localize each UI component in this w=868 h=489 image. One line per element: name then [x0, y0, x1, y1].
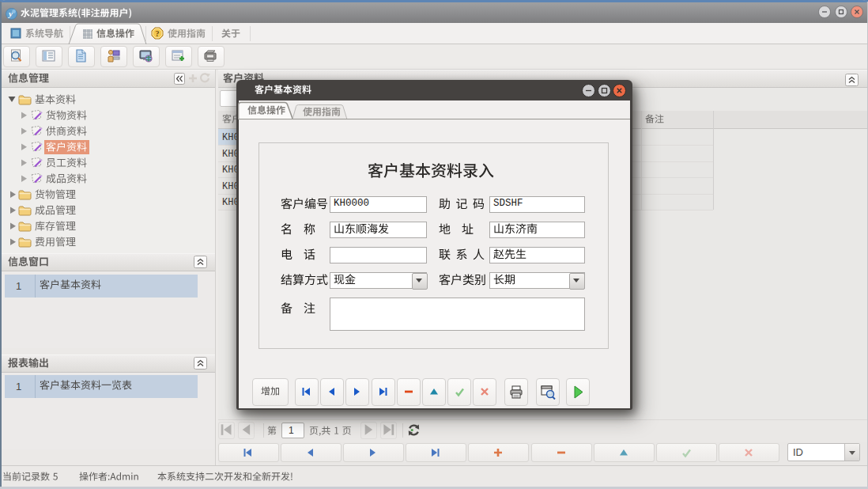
svg-text:?: ? — [156, 29, 160, 38]
svg-text:y: y — [7, 9, 13, 18]
